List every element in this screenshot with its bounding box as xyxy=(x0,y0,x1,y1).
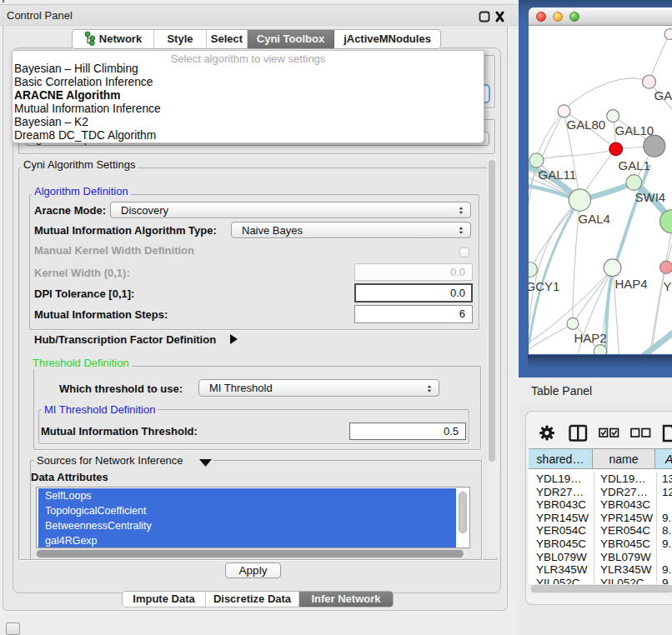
svg-text:GCY1: GCY1 xyxy=(529,279,559,293)
svg-text:GAL80: GAL80 xyxy=(567,118,606,132)
svg-text:GAL4: GAL4 xyxy=(579,212,610,226)
svg-text:YM: YM xyxy=(664,279,672,293)
svg-text:GAL10: GAL10 xyxy=(615,123,654,138)
svg-text:HAP2: HAP2 xyxy=(574,331,607,345)
svg-text:GAL1: GAL1 xyxy=(619,158,650,172)
svg-text:GAL11: GAL11 xyxy=(539,168,577,182)
svg-text:HAP4: HAP4 xyxy=(615,277,648,291)
svg-text:GAL7: GAL7 xyxy=(654,88,672,102)
svg-text:SWI4: SWI4 xyxy=(635,190,666,204)
